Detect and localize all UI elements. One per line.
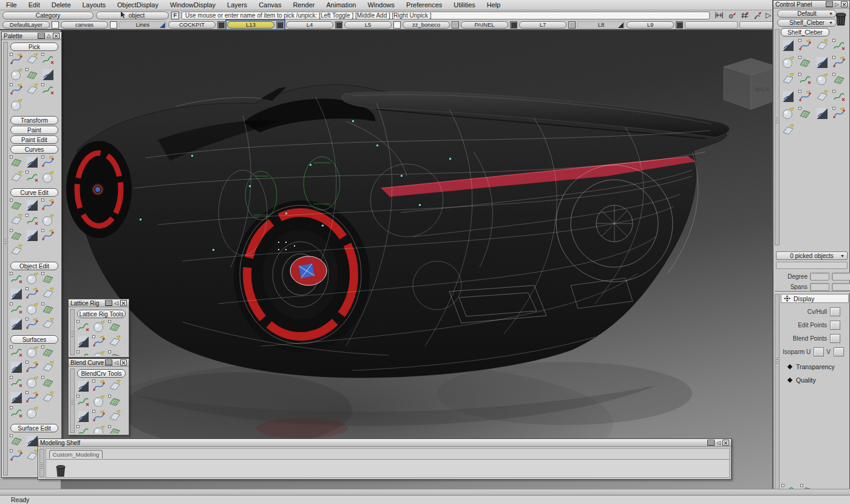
degree-v-field[interactable] <box>832 273 850 281</box>
palette-tool-icon[interactable] <box>25 271 39 286</box>
isoparm-u-field[interactable] <box>814 347 824 356</box>
shelf-tool-icon[interactable] <box>781 55 795 70</box>
collapse-icon[interactable]: ◁ <box>114 360 118 366</box>
close-icon[interactable] <box>841 1 848 7</box>
menu-item-canvas[interactable]: Canvas <box>259 1 281 9</box>
lattice-tool-icon[interactable] <box>92 319 106 334</box>
collapse-icon[interactable]: ◁ <box>716 440 721 446</box>
palette-tool-icon[interactable] <box>41 52 55 67</box>
palette-tool-icon[interactable] <box>41 345 55 359</box>
custom-modeling-tab[interactable]: Custom_Modeling <box>49 450 103 458</box>
control-panel-titlebar[interactable]: Control Panel ▷ <box>773 1 849 9</box>
palette-tool-icon[interactable] <box>25 67 39 82</box>
shelf-dropdown[interactable]: Shelf_Cleber▼ <box>777 19 837 27</box>
blend-scrollbar[interactable] <box>70 369 75 433</box>
display-checkbox[interactable] <box>830 307 840 316</box>
shelf-cleber-tab[interactable]: Shelf_Cleber <box>781 28 829 36</box>
palette-tool-icon[interactable] <box>41 170 55 185</box>
layer-toggle[interactable] <box>452 21 459 29</box>
palette-tool-icon[interactable] <box>41 198 55 213</box>
palette-tool-icon[interactable] <box>25 317 39 332</box>
palette-tool-icon[interactable] <box>9 67 24 82</box>
view-cube[interactable]: BACK <box>724 58 772 109</box>
layer-button[interactable]: L7 <box>519 21 566 29</box>
blend-tool-icon[interactable] <box>92 424 106 434</box>
palette-tool-icon[interactable] <box>9 390 24 405</box>
blend-tool-icon[interactable] <box>92 379 106 393</box>
palette-tool-icon[interactable] <box>9 155 24 169</box>
menu-item-windows[interactable]: Windows <box>367 1 395 9</box>
blend-tool-icon[interactable] <box>107 394 122 409</box>
layer-toggle[interactable] <box>217 21 225 29</box>
blend-tool-icon[interactable] <box>92 409 106 424</box>
palette-tool-icon[interactable] <box>41 83 55 97</box>
pick-object-icon[interactable] <box>727 11 736 19</box>
shelf-tool-icon[interactable] <box>798 89 812 104</box>
palette-tool-icon[interactable] <box>25 345 39 359</box>
window-menu-icon[interactable] <box>707 440 715 446</box>
menu-item-objectdisplay[interactable]: ObjectDisplay <box>117 1 158 9</box>
palette-tool-icon[interactable] <box>41 287 55 301</box>
blend-tool-icon[interactable] <box>107 409 122 424</box>
palette-section-surface-edit[interactable]: Surface Edit <box>10 424 58 432</box>
shelf-tool-icon[interactable] <box>832 72 846 87</box>
palette-tool-icon[interactable] <box>41 67 55 82</box>
close-icon[interactable] <box>722 440 729 446</box>
lattice-rig-titlebar[interactable]: Lattice Rig ◁ <box>69 299 129 307</box>
lattice-tool-icon[interactable] <box>76 319 90 334</box>
layer-button[interactable]: L5 <box>344 21 392 29</box>
palette-tool-icon[interactable] <box>9 434 24 448</box>
spans-u-field[interactable] <box>810 283 829 291</box>
snap-curve-icon[interactable] <box>753 11 762 19</box>
layer-button[interactable]: PAINEL <box>461 21 508 29</box>
promptline-expand-icon[interactable]: ▷ <box>766 11 771 19</box>
shelf-tool-icon[interactable] <box>798 38 812 53</box>
palette-tool-icon[interactable] <box>41 228 55 243</box>
shelf-tool-icon[interactable] <box>798 72 812 87</box>
menu-item-render[interactable]: Render <box>293 1 314 9</box>
layer-button[interactable]: Lines <box>119 21 166 29</box>
layer-button[interactable]: canvas <box>61 21 108 29</box>
trash-icon[interactable] <box>834 10 848 27</box>
palette-section-curves[interactable]: Curves <box>10 145 58 154</box>
prompt-line[interactable]: Use mouse or enter name of item to pick … <box>182 12 710 19</box>
layer-toggle[interactable] <box>568 21 576 29</box>
shelf-tool-icon[interactable] <box>798 55 812 70</box>
palette-tool-icon[interactable] <box>41 155 55 169</box>
isoparm-v-field[interactable] <box>834 347 844 356</box>
palette-tool-icon[interactable] <box>25 375 39 390</box>
layer-visibility-triangle-icon[interactable] <box>618 22 624 28</box>
blend-tool-icon[interactable] <box>107 379 122 393</box>
layer-button[interactable]: L8 <box>577 21 625 29</box>
palette-section-paint[interactable]: Paint <box>10 126 58 134</box>
palette-tool-icon[interactable] <box>25 360 39 375</box>
shelf-scrollbar[interactable] <box>39 449 44 477</box>
palette-tool-icon[interactable] <box>25 83 39 97</box>
palette-tool-icon[interactable] <box>25 170 39 185</box>
shelf-tool-icon[interactable] <box>815 38 829 53</box>
palette-tool-icon[interactable] <box>9 360 24 375</box>
menu-item-help[interactable]: Help <box>487 1 501 9</box>
blend-tool-icon[interactable] <box>76 394 90 409</box>
palette-section-curve-edit[interactable]: Curve Edit <box>10 188 58 197</box>
layer-empty-slot[interactable] <box>685 21 738 29</box>
window-menu-icon[interactable] <box>38 33 45 39</box>
collapse-icon[interactable]: ◁ <box>114 301 118 306</box>
palette-titlebar[interactable]: Palette △ <box>2 32 61 40</box>
layer-button[interactable]: L13 <box>227 21 274 29</box>
palette-tool-icon[interactable] <box>9 271 24 286</box>
spans-v-field[interactable] <box>832 283 850 291</box>
palette-tool-icon[interactable] <box>9 406 24 420</box>
palette-tool-icon[interactable] <box>9 375 24 390</box>
modeling-shelf-titlebar[interactable]: Modeling Shelf ◁ <box>38 439 731 447</box>
layer-toggle[interactable] <box>335 21 342 29</box>
lattice-tool-icon[interactable] <box>107 350 122 356</box>
palette-section-object-edit[interactable]: Object Edit <box>10 262 58 270</box>
close-icon[interactable] <box>120 300 127 306</box>
palette-tool-icon[interactable] <box>25 52 39 67</box>
menu-item-windowdisplay[interactable]: WindowDisplay <box>170 1 216 9</box>
display-checkbox[interactable] <box>830 334 840 343</box>
palette-tool-icon[interactable] <box>25 287 39 301</box>
palette-tool-icon[interactable] <box>41 360 55 375</box>
category-button[interactable]: Category <box>2 12 93 19</box>
